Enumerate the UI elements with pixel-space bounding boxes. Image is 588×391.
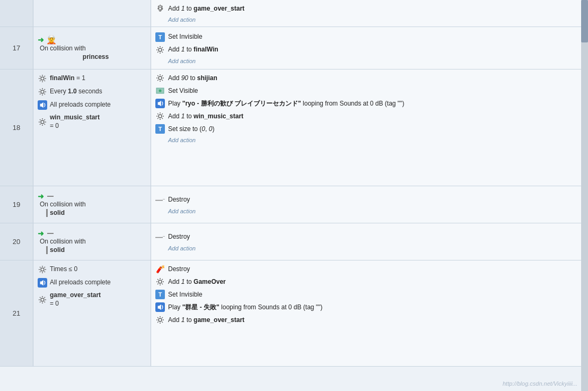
action-item-17-2: Add 1 to finalWin — [155, 44, 577, 56]
t-icon: T — [155, 32, 165, 42]
action-text-18-5: Set size to (0, 0) — [168, 125, 214, 134]
condition-18: finalWin = 1 Every 1.0 seconds All prelo… — [33, 69, 151, 186]
actions-18: Add 90 to shijian Set Visible Play "ryo … — [151, 69, 581, 186]
cond-text-18-1: finalWin = 1 — [50, 74, 85, 83]
arrow-icon: ➜ — [38, 229, 44, 238]
gear-icon — [38, 117, 47, 127]
cond-21-3: game_over_start= 0 — [38, 290, 146, 309]
content-area[interactable]: Add 1 to game_over_start Add action 17 ➜… — [0, 0, 581, 391]
gear-icon — [155, 315, 165, 325]
gear-icon — [38, 74, 47, 83]
condition-text-17b: princess — [40, 53, 146, 62]
row-number-17: 17 — [0, 27, 33, 69]
action-text-18-1: Add 90 to shijian — [168, 74, 217, 83]
svg-point-12 — [41, 268, 44, 271]
gear-icon — [155, 73, 165, 83]
action-21-5: Add 1 to game_over_start — [155, 314, 577, 326]
action-19-1: Destroy — [155, 194, 577, 206]
add-action-18[interactable]: Add action — [155, 135, 577, 145]
row-number-area — [0, 0, 33, 27]
action-text-20-1: Destroy — [168, 232, 190, 241]
action-text-19-1: Destroy — [168, 195, 190, 204]
action-21-4: Play "群星 - 失敗" looping from Sounds at 0 … — [155, 301, 577, 314]
main-container: Add 1 to game_over_start Add action 17 ➜… — [0, 0, 588, 391]
action-text-18-4: Add 1 to win_music_start — [168, 112, 243, 121]
visible-icon — [155, 86, 165, 95]
action-18-5: T Set size to (0, 0) — [155, 123, 577, 135]
condition-area — [33, 0, 151, 27]
svg-point-15 — [159, 280, 162, 283]
action-text-21-2: Add 1 to GameOver — [168, 277, 226, 286]
action-18-2: Set Visible — [155, 84, 577, 97]
action-21-1: 🧨 Destroy — [155, 263, 577, 275]
solid-dash-icon — [47, 233, 54, 234]
t-icon: T — [155, 124, 165, 134]
gear-icon — [155, 4, 165, 13]
action-18-1: Add 90 to shijian — [155, 72, 577, 84]
cond-21-1: Times ≤ 0 — [38, 264, 146, 275]
condition-20: ➜ On collision with solid — [33, 223, 151, 260]
sound-icon — [38, 278, 47, 288]
svg-marker-8 — [158, 101, 161, 107]
cond-18-4: win_music_start= 0 — [38, 112, 146, 131]
actions-17: T Set Invisible Add 1 to finalWin Add ac… — [151, 27, 581, 69]
gear-icon — [155, 45, 165, 55]
action-18-4: Add 1 to win_music_start — [155, 110, 577, 123]
action-text-17-2: Add 1 to finalWin — [168, 45, 218, 54]
star-sprite-icon: 🧨 — [155, 264, 165, 274]
action-text-21-3: Set Invisible — [168, 290, 203, 299]
row-number-18: 18 — [0, 69, 33, 186]
action-item-17-1: T Set Invisible — [155, 31, 577, 44]
action-text-18-2: Set Visible — [168, 86, 198, 95]
actions-20: Destroy Add action — [151, 223, 581, 260]
svg-point-9 — [159, 115, 162, 118]
action-20-1: Destroy — [155, 231, 577, 244]
add-action-19[interactable]: Add action — [155, 206, 577, 216]
gear-icon — [38, 295, 47, 305]
scrollbar-thumb[interactable] — [581, 0, 588, 42]
scrollbar[interactable] — [581, 0, 588, 391]
gear-icon — [155, 111, 165, 121]
condition-text-17: On collision with — [40, 45, 146, 53]
add-action-20[interactable]: Add action — [155, 244, 577, 253]
event-row-21: 21 Times ≤ 0 All preloads complete — [0, 260, 581, 367]
arrow-row-20: ➜ — [38, 229, 146, 238]
sound-icon — [38, 100, 47, 110]
destroy-icon — [155, 232, 165, 242]
add-action-17[interactable]: Add action — [155, 56, 577, 66]
condition-19: ➜ On collision with solid — [33, 186, 151, 223]
add-action-link[interactable]: Add action — [155, 15, 577, 24]
actions-21: 🧨 Destroy Add 1 to GameOver T Set Invisi… — [151, 260, 581, 366]
event-row-20: 20 ➜ On collision with solid Destroy — [0, 223, 581, 260]
svg-point-0 — [159, 48, 162, 51]
arrow-row: ➜ 🧝 — [38, 34, 146, 45]
cond-18-1: finalWin = 1 — [38, 73, 146, 84]
action-text-18-3: Play "ryo - 勝利の歓び ブレイブリーセカンド" looping fr… — [168, 99, 404, 108]
svg-point-2 — [41, 90, 44, 93]
svg-point-4 — [41, 120, 44, 124]
action-text-21-5: Add 1 to game_over_start — [168, 316, 244, 325]
princess-sprite-icon: 🧝 — [46, 34, 57, 45]
svg-marker-13 — [40, 280, 43, 286]
condition-text-20b: solid — [46, 246, 146, 255]
event-row-19: 19 ➜ On collision with solid Destroy — [0, 186, 581, 223]
cond-text-18-3: All preloads complete — [50, 101, 111, 109]
t-icon: T — [155, 290, 165, 299]
action-text-17-1: Set Invisible — [168, 32, 203, 41]
sound-icon — [155, 99, 165, 108]
cond-text-21-3: game_over_start= 0 — [50, 291, 101, 308]
top-partial-row: Add 1 to game_over_start Add action — [0, 0, 581, 27]
svg-marker-3 — [40, 102, 43, 108]
arrow-row-19: ➜ — [38, 192, 146, 201]
event-row-17: 17 ➜ 🧝 On collision with princess T Set … — [0, 27, 581, 69]
action-21-2: Add 1 to GameOver — [155, 275, 577, 288]
cond-text-18-4: win_music_start= 0 — [50, 114, 100, 130]
destroy-icon — [155, 195, 165, 205]
cond-21-2: All preloads complete — [38, 277, 146, 289]
solid-dash-icon — [47, 196, 54, 197]
svg-point-17 — [159, 318, 162, 322]
svg-point-5 — [159, 76, 162, 80]
condition-17: ➜ 🧝 On collision with princess — [33, 27, 151, 69]
arrow-icon: ➜ — [38, 192, 44, 201]
event-row-18: 18 finalWin = 1 Every 1.0 seconds — [0, 69, 581, 186]
